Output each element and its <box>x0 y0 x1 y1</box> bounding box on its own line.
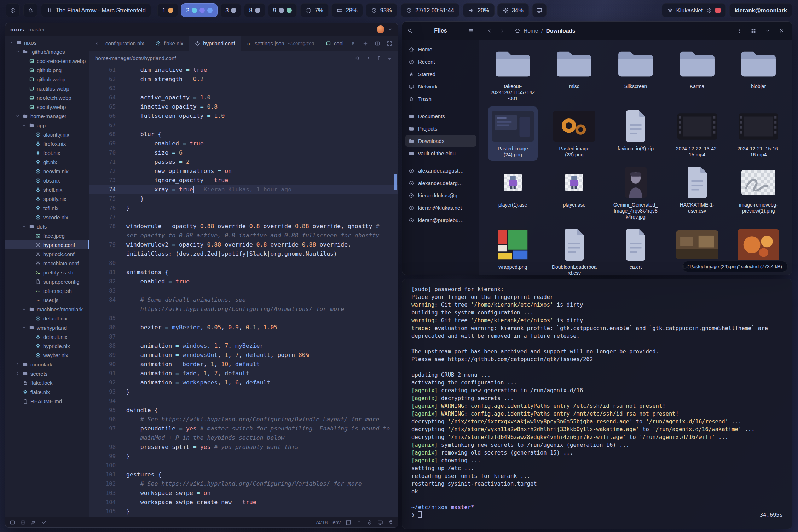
tree-item[interactable]: secrets <box>5 369 89 378</box>
tree-item[interactable]: .github/images <box>5 47 89 56</box>
tree-item[interactable]: waybar.nix <box>5 351 89 360</box>
hamburger-menu-icon[interactable] <box>468 28 474 34</box>
filter-icon[interactable] <box>387 56 392 61</box>
files-sidebar-item[interactable]: Trash <box>405 93 476 105</box>
breadcrumb-home[interactable]: Home <box>524 28 538 34</box>
file-item[interactable]: Karma <box>676 44 719 104</box>
files-sidebar-item[interactable]: vault of the eldu… <box>405 148 476 159</box>
stat-cpu-widget[interactable]: 7% <box>300 3 329 17</box>
new-file-button[interactable] <box>360 39 370 48</box>
tree-item[interactable]: nixos <box>5 38 89 47</box>
tree-item[interactable]: JSuser.js <box>5 295 89 305</box>
tree-item[interactable]: foot.nix <box>5 148 89 157</box>
file-item[interactable]: Pasted image (23).png <box>549 106 599 161</box>
tree-item[interactable]: nautilus.webp <box>5 84 89 93</box>
file-item[interactable]: player.ase <box>561 163 588 223</box>
workspace-button-8[interactable]: 8 <box>244 3 265 17</box>
project-name[interactable]: nixos <box>10 27 24 33</box>
files-sidebar-item[interactable]: Starred <box>405 68 476 80</box>
project-panel-icon[interactable] <box>10 520 15 525</box>
tree-item[interactable]: github.webp <box>5 75 89 84</box>
inline-assist-icon[interactable] <box>365 56 371 61</box>
extensions-icon[interactable] <box>388 520 394 525</box>
avatar[interactable] <box>377 25 384 33</box>
code-editor[interactable]: 61 dim_inactive = true62 dim_strength = … <box>89 65 398 517</box>
tree-item[interactable]: neofetch.webp <box>5 93 89 102</box>
kebab-menu-button[interactable] <box>734 25 745 36</box>
screen-button[interactable] <box>532 3 547 17</box>
back-button[interactable] <box>484 25 495 36</box>
workspace-button-2[interactable]: 2 <box>181 3 218 17</box>
chevron-down-icon[interactable] <box>387 27 393 32</box>
tree-item[interactable]: sunpaperconfig <box>5 277 89 286</box>
tree-item[interactable]: shell.nix <box>5 185 89 194</box>
files-sidebar-item[interactable]: Projects <box>405 123 476 134</box>
files-sidebar-item[interactable]: Documents <box>405 110 476 122</box>
file-item[interactable]: misc <box>553 44 596 104</box>
tree-item[interactable]: hyprland.conf <box>5 240 89 249</box>
files-sidebar-item[interactable]: kieran@purplebu… <box>405 214 476 226</box>
user-widget[interactable]: kierank@moonlark <box>729 3 792 17</box>
search-icon[interactable] <box>407 28 413 34</box>
repl-button[interactable]: R <box>348 39 358 48</box>
file-item[interactable]: wrapped.png <box>495 225 531 275</box>
view-options-button[interactable] <box>762 25 773 36</box>
nav-back-button[interactable] <box>89 36 104 51</box>
file-item[interactable]: favicon_io(3).zip <box>615 106 656 161</box>
tree-item[interactable]: app <box>5 121 89 130</box>
tree-item[interactable]: spotify.nix <box>5 194 89 203</box>
tree-item[interactable]: default.nix <box>5 314 89 323</box>
tab-item[interactable]: configuration.nix <box>104 36 150 51</box>
file-item[interactable]: player(1).ase <box>496 163 530 223</box>
file-item[interactable]: 2024-12-22_13-42-15.mp4 <box>672 106 722 161</box>
tree-item[interactable]: obs.nix <box>5 176 89 185</box>
docs-icon[interactable] <box>346 520 351 525</box>
tree-item[interactable]: machines/moonlark <box>5 305 89 314</box>
zoom-pane-button[interactable] <box>384 39 394 48</box>
files-sidebar-item[interactable]: Network <box>405 81 476 92</box>
view-toggle-button[interactable] <box>748 25 759 36</box>
tree-item[interactable]: git.nix <box>5 157 89 167</box>
stat-disk-widget[interactable]: 93% <box>366 3 397 17</box>
tree-item[interactable]: hypridle.nix <box>5 341 89 351</box>
tab-item[interactable]: cool-retro-term.png <box>320 36 345 51</box>
files-sidebar-item[interactable]: kieran.klukas@g… <box>405 190 476 201</box>
speaker-widget[interactable]: 20% <box>463 3 495 17</box>
tab-item[interactable]: { }settings.json~/.config/zed <box>241 36 320 51</box>
tree-item[interactable]: firefox.nix <box>5 139 89 148</box>
collab-icon[interactable] <box>31 520 36 525</box>
tree-item[interactable]: flake.lock <box>5 378 89 387</box>
tree-item[interactable]: cool-retro-term.webp <box>5 56 89 65</box>
scrollbar-thumb[interactable] <box>394 174 397 190</box>
env-label[interactable]: env <box>332 520 341 525</box>
tree-item[interactable]: moonlark <box>5 360 89 369</box>
tree-item[interactable]: spotify.webp <box>5 102 89 111</box>
sun-widget[interactable]: 34% <box>497 3 529 17</box>
files-sidebar-item[interactable]: Downloads <box>405 135 476 147</box>
file-item[interactable]: Pasted image (24).png <box>488 106 538 161</box>
tree-item[interactable]: README.md <box>5 397 89 406</box>
terminal-window[interactable]: [sudo] password for kierank:Place your f… <box>402 279 792 529</box>
file-item[interactable]: image-removebg-preview(1).png <box>734 163 783 223</box>
screen-share-icon[interactable] <box>377 520 383 525</box>
tree-item[interactable]: macchiato.conf <box>5 259 89 268</box>
tree-item[interactable]: alacritty.nix <box>5 130 89 139</box>
file-item[interactable]: 2024-12-21_15-16-16.mp4 <box>734 106 783 161</box>
selection-icon[interactable] <box>376 56 382 61</box>
nix-menu-button[interactable] <box>6 3 20 17</box>
notifications-button[interactable] <box>23 3 37 17</box>
file-item[interactable]: DoubloonLeaderboard.csv <box>549 225 599 275</box>
files-sidebar-item[interactable]: Recent <box>405 56 476 68</box>
file-item[interactable]: HACKATIME-1-user.csv <box>672 163 722 223</box>
tree-item[interactable]: tofi.nix <box>5 203 89 213</box>
tree-item[interactable]: github.png <box>5 65 89 75</box>
git-branch[interactable]: master <box>28 27 45 33</box>
stat-ram-widget[interactable]: 28% <box>331 3 363 17</box>
file-item[interactable]: Silkscreen <box>614 44 657 104</box>
file-item[interactable]: Gemini_Generated_Image_4rqv8k4rqv8k4rqv.… <box>611 163 660 223</box>
diagnostics-check-icon[interactable] <box>41 520 47 525</box>
search-icon[interactable] <box>355 56 360 61</box>
tree-item[interactable]: tofi-emoji.sh <box>5 286 89 295</box>
workspace-button-1[interactable]: 1 <box>157 3 178 17</box>
files-sidebar-item[interactable]: alexander.defarg… <box>405 177 476 189</box>
